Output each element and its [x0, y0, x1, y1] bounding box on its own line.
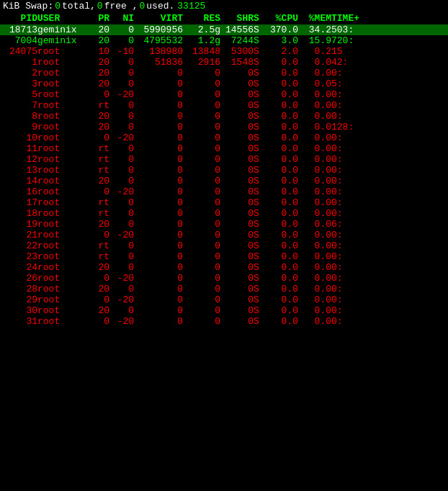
- cell: 0: [183, 132, 220, 143]
- cell: S: [254, 165, 264, 176]
- cell: 0: [109, 35, 134, 46]
- cell: 16: [3, 186, 37, 197]
- cell: 0: [89, 230, 109, 240]
- table-row: 24root200000S0.00.00:: [0, 262, 448, 273]
- cell: 0: [134, 240, 183, 251]
- col-mem: %MEM: [298, 13, 331, 24]
- cell: -20: [109, 186, 134, 197]
- cell: 17: [3, 197, 37, 208]
- cell: 0.0: [298, 186, 331, 197]
- cell: 0.0: [264, 208, 298, 219]
- cell: 0: [109, 251, 134, 262]
- cell: 0: [220, 284, 254, 294]
- col-ni: NI: [109, 13, 134, 24]
- cell: 0: [134, 154, 183, 165]
- cell: 0.0: [264, 305, 298, 316]
- cell: S: [254, 186, 264, 197]
- cell: 0: [183, 284, 220, 294]
- cell: 0: [134, 89, 183, 100]
- cell: root: [37, 230, 89, 240]
- cell: 1: [3, 57, 37, 68]
- cell: root: [37, 262, 89, 273]
- cell: 0.0: [264, 273, 298, 284]
- cell: 0: [220, 294, 254, 305]
- cell: rt: [89, 197, 109, 208]
- cell: 0: [183, 165, 220, 176]
- cell: 0.0: [264, 230, 298, 240]
- col-user: USER: [37, 13, 89, 24]
- cell: 0:: [331, 176, 375, 186]
- cell: 0.0: [264, 284, 298, 294]
- cell: 11: [3, 143, 37, 154]
- swap-used-lbl: used.: [146, 1, 174, 12]
- cell: 720:: [331, 35, 375, 46]
- cell: 0: [183, 143, 220, 154]
- table-row: 11rootrt0000S0.00.00:: [0, 143, 448, 154]
- cell: 0: [109, 305, 134, 316]
- table-row: 13rootrt0000S0.00.00:: [0, 165, 448, 176]
- cell: 0: [183, 316, 220, 327]
- cell: S: [254, 78, 264, 89]
- cell: 2.0: [264, 46, 298, 57]
- cell: 0: [134, 251, 183, 262]
- cell: 0: [109, 24, 134, 35]
- cell: S: [254, 89, 264, 100]
- cell: 2.5g: [183, 24, 220, 35]
- table-row: 23rootrt0000S0.00.00:: [0, 251, 448, 262]
- cell: 20: [89, 262, 109, 273]
- cell: 20: [89, 122, 109, 132]
- cell: 20: [89, 35, 109, 46]
- cell: 30: [3, 305, 37, 316]
- cell: 0: [220, 122, 254, 132]
- cell: rt: [89, 240, 109, 251]
- cell: S: [254, 24, 264, 35]
- cell: -20: [109, 230, 134, 240]
- cell: root: [37, 219, 89, 230]
- cell: 0: [89, 316, 109, 327]
- cell: 0: [183, 230, 220, 240]
- cell: rt: [89, 165, 109, 176]
- cell: 0: [109, 176, 134, 186]
- cell: 0.2: [298, 46, 331, 57]
- cell: 0: [183, 208, 220, 219]
- cell: S: [254, 294, 264, 305]
- col-pid: PID: [3, 13, 37, 24]
- cell: 8: [3, 111, 37, 122]
- cell: 0: [183, 111, 220, 122]
- cell: 0.0: [298, 132, 331, 143]
- cell: 42:: [331, 57, 375, 68]
- cell: 0: [134, 219, 183, 230]
- cell: 0:: [331, 154, 375, 165]
- cell: root: [37, 294, 89, 305]
- cell: 0:: [331, 100, 375, 111]
- cell: 7: [3, 100, 37, 111]
- cell: 0.0: [298, 68, 331, 78]
- cell: 0.0: [298, 197, 331, 208]
- cell: 13: [3, 165, 37, 176]
- cell: S: [254, 111, 264, 122]
- cell: 0.0: [264, 68, 298, 78]
- cell: 0.0: [298, 273, 331, 284]
- cell: 0.0: [298, 176, 331, 186]
- cell: 0: [134, 122, 183, 132]
- cell: 0: [183, 89, 220, 100]
- cell: 0: [183, 251, 220, 262]
- process-table: 18713geminix20059909562.5g14556S370.034.…: [0, 24, 448, 327]
- cell: 20: [89, 219, 109, 230]
- cell: S: [254, 122, 264, 132]
- cell: root: [37, 186, 89, 197]
- cell: 15: [331, 46, 375, 57]
- cell: 0:: [331, 305, 375, 316]
- cell: S: [254, 132, 264, 143]
- cell: 503:: [331, 24, 375, 35]
- cell: 0: [134, 176, 183, 186]
- cell: rt: [89, 154, 109, 165]
- cell: 12: [3, 154, 37, 165]
- cell: 0: [109, 262, 134, 273]
- table-row: 26root0-20000S0.00.00:: [0, 273, 448, 284]
- cell: S: [254, 240, 264, 251]
- terminal-window: KiB Swap: 0 total, 0 free , 0 used. 3312…: [0, 0, 448, 327]
- cell: 0.0: [298, 143, 331, 154]
- cell: 0: [134, 68, 183, 78]
- cell: rt: [89, 208, 109, 219]
